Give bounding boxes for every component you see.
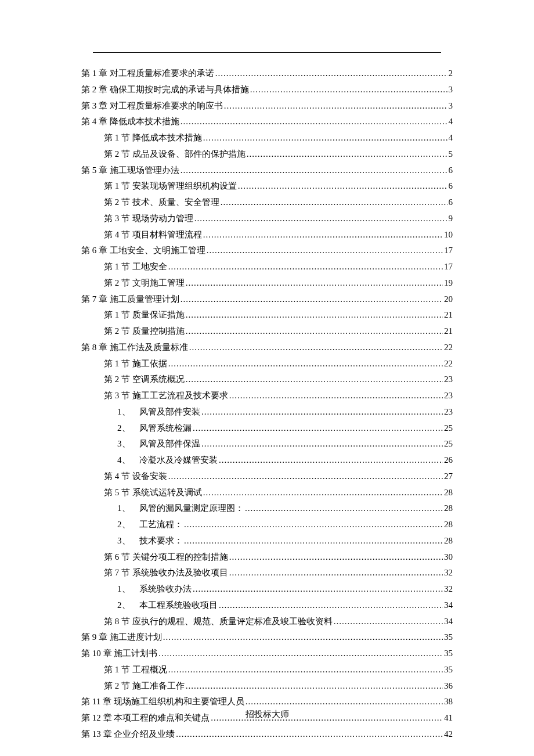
toc-leader-dots: [219, 599, 443, 612]
toc-entry-number: 4、: [117, 453, 139, 467]
toc-leader-dots: [181, 115, 448, 128]
toc-entry[interactable]: 2、工艺流程：28: [81, 518, 453, 531]
toc-entry-title: 风管系统检漏: [139, 423, 192, 433]
toc-entry[interactable]: 1、风管及部件安装23: [81, 405, 453, 419]
toc-entry-label: 第 1 节 工地安全: [104, 260, 167, 273]
toc-entry-page: 35: [444, 647, 453, 660]
toc-entry[interactable]: 第 9 章 施工进度计划35: [81, 631, 453, 644]
toc-entry[interactable]: 第 4 节 设备安装27: [81, 470, 453, 483]
toc-leader-dots: [238, 179, 448, 193]
toc-entry-title: 技术要求：: [139, 536, 183, 545]
toc-entry[interactable]: 第 2 节 文明施工管理19: [81, 276, 453, 290]
toc-entry-label: 第 8 章 施工作法及质量标准: [81, 341, 188, 354]
toc-leader-dots: [158, 647, 443, 660]
toc-entry-label: 第 1 节 安装现场管理组织机构设置: [104, 179, 237, 193]
toc-entry[interactable]: 第 6 章 工地安全、文明施工管理17: [81, 244, 453, 257]
toc-entry[interactable]: 第 4 节 项目材料管理流程10: [81, 228, 453, 242]
toc-entry[interactable]: 第 4 章 降低成本技术措施4: [81, 115, 453, 128]
toc-leader-dots: [186, 325, 443, 338]
toc-entry[interactable]: 第 8 章 施工作法及质量标准22: [81, 341, 453, 354]
toc-entry-page: 10: [444, 228, 453, 242]
toc-entry-label: 1、风管的漏风量测定原理图：: [117, 502, 244, 515]
toc-entry[interactable]: 4、冷凝水及冷媒管安装26: [81, 453, 453, 467]
toc-entry[interactable]: 1、风管的漏风量测定原理图：28: [81, 502, 453, 515]
toc-entry-label: 第 3 节 施工工艺流程及技术要求: [104, 389, 228, 402]
toc-entry-label: 第 2 节 空调系统概况: [104, 373, 185, 386]
toc-entry-label: 2、工艺流程：: [117, 518, 183, 531]
toc-entry-title: 系统验收办法: [139, 584, 192, 593]
toc-entry-label: 第 1 节 工程概况: [104, 663, 167, 676]
toc-entry[interactable]: 第 5 章 施工现场管理办法6: [81, 164, 453, 177]
toc-leader-dots: [181, 164, 448, 177]
toc-entry-page: 6: [449, 179, 453, 193]
toc-entry-page: 28: [444, 486, 453, 499]
toc-entry[interactable]: 第 1 节 质量保证措施21: [81, 308, 453, 322]
toc-entry-number: 1、: [117, 502, 139, 515]
page-container: 第 1 章 对工程质量标准要求的承诺2第 2 章 确保工期按时完成的承诺与具体措…: [0, 0, 534, 756]
toc-entry[interactable]: 第 1 节 安装现场管理组织机构设置6: [81, 179, 453, 193]
toc-entry[interactable]: 第 1 节 工地安全17: [81, 260, 453, 273]
toc-entry[interactable]: 第 7 节 系统验收办法及验收项目32: [81, 566, 453, 579]
toc-entry-label: 2、本工程系统验收项目: [117, 599, 218, 612]
toc-entry-page: 9: [449, 212, 453, 225]
toc-entry[interactable]: 第 2 节 成品及设备、部件的保护措施5: [81, 147, 453, 161]
toc-entry-page: 28: [444, 518, 453, 531]
toc-entry[interactable]: 第 13 章 企业介绍及业绩42: [81, 728, 453, 741]
toc-entry-page: 6: [449, 196, 453, 209]
toc-entry[interactable]: 第 2 节 施工准备工作36: [81, 679, 453, 693]
toc-entry-page: 21: [444, 308, 453, 322]
toc-entry[interactable]: 第 6 节 关键分项工程的控制措施30: [81, 550, 453, 564]
toc-entry-page: 34: [444, 599, 453, 612]
toc-entry[interactable]: 3、风管及部件保温25: [81, 437, 453, 451]
toc-entry-page: 25: [444, 422, 453, 435]
toc-entry[interactable]: 第 1 章 对工程质量标准要求的承诺2: [81, 67, 453, 80]
toc-entry-number: 3、: [117, 534, 139, 548]
toc-leader-dots: [215, 67, 448, 80]
toc-entry-page: 34: [444, 615, 453, 628]
toc-entry-number: 2、: [117, 599, 139, 612]
toc-entry[interactable]: 第 5 节 系统试运转及调试28: [81, 486, 453, 499]
toc-entry-page: 30: [444, 550, 453, 564]
toc-entry[interactable]: 第 2 节 空调系统概况23: [81, 373, 453, 386]
toc-entry-label: 第 8 节 应执行的规程、规范、质量评定标准及竣工验收资料: [104, 615, 333, 628]
toc-entry[interactable]: 第 3 节 现场劳动力管理9: [81, 212, 453, 225]
toc-entry[interactable]: 第 2 章 确保工期按时完成的承诺与具体措施3: [81, 83, 453, 96]
toc-entry[interactable]: 1、系统验收办法32: [81, 582, 453, 596]
toc-entry-number: 1、: [117, 582, 139, 596]
toc-entry[interactable]: 2、本工程系统验收项目34: [81, 599, 453, 612]
toc-entry[interactable]: 第 11 章 现场施工组织机构和主要管理人员38: [81, 695, 453, 708]
toc-entry[interactable]: 第 3 节 施工工艺流程及技术要求23: [81, 389, 453, 402]
toc-leader-dots: [221, 196, 448, 209]
toc-entry-page: 28: [444, 534, 453, 548]
toc-leader-dots: [186, 679, 443, 693]
toc-entry[interactable]: 第 2 节 技术、质量、安全管理6: [81, 196, 453, 209]
toc-entry-page: 26: [444, 453, 453, 467]
toc-leader-dots: [184, 518, 443, 531]
toc-leader-dots: [168, 260, 443, 273]
toc-entry-page: 3: [449, 83, 453, 96]
toc-entry[interactable]: 第 7 章 施工质量管理计划20: [81, 293, 453, 306]
toc-entry-page: 23: [444, 405, 453, 419]
toc-entry-label: 第 2 章 确保工期按时完成的承诺与具体措施: [81, 83, 249, 96]
toc-entry-label: 第 1 节 降低成本技术措施: [104, 131, 202, 145]
toc-entry[interactable]: 第 2 节 质量控制措施21: [81, 325, 453, 338]
toc-leader-dots: [203, 228, 443, 242]
toc-entry[interactable]: 第 1 节 工程概况35: [81, 663, 453, 676]
toc-entry-number: 2、: [117, 518, 139, 531]
toc-entry[interactable]: 3、技术要求：28: [81, 534, 453, 548]
toc-entry[interactable]: 第 8 节 应执行的规程、规范、质量评定标准及竣工验收资料34: [81, 615, 453, 628]
toc-entry[interactable]: 第 3 章 对工程质量标准要求的响应书3: [81, 99, 453, 113]
toc-entry[interactable]: 第 10 章 施工计划书35: [81, 647, 453, 660]
toc-entry[interactable]: 2、风管系统检漏25: [81, 422, 453, 435]
toc-entry-label: 1、风管及部件安装: [117, 405, 200, 419]
toc-entry[interactable]: 第 1 节 施工依据22: [81, 357, 453, 370]
toc-leader-dots: [229, 566, 443, 579]
toc-entry-number: 2、: [117, 422, 139, 435]
toc-entry[interactable]: 第 1 节 降低成本技术措施4: [81, 131, 453, 145]
toc-entry-label: 3、风管及部件保温: [117, 437, 200, 451]
toc-leader-dots: [168, 663, 443, 676]
toc-entry-label: 第 4 节 项目材料管理流程: [104, 228, 202, 242]
footer-text: 招投标大师: [0, 709, 534, 720]
toc-leader-dots: [168, 470, 443, 483]
toc-leader-dots: [184, 534, 443, 548]
